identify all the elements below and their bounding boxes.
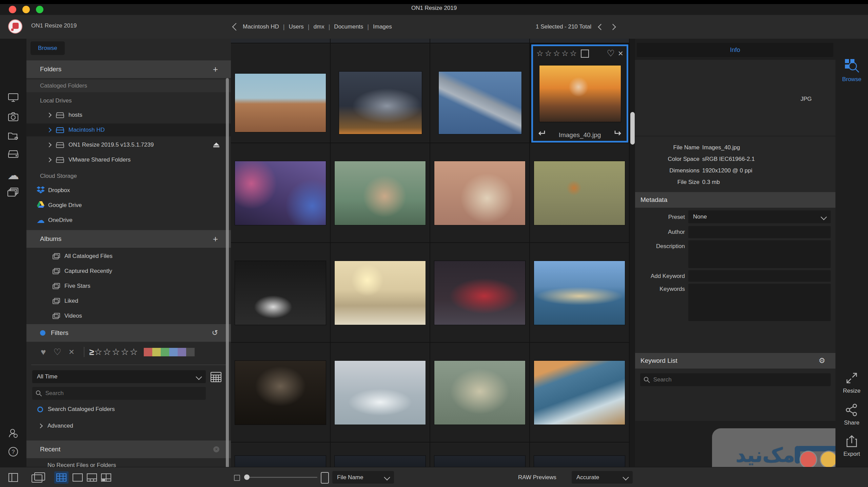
breadcrumb-item[interactable]: dmx bbox=[314, 23, 324, 30]
photo-thumbnail[interactable] bbox=[430, 343, 529, 442]
expand-icon[interactable] bbox=[47, 113, 52, 117]
help-icon[interactable]: ? bbox=[0, 446, 26, 457]
rating-stars[interactable]: ☆☆☆☆☆ bbox=[536, 49, 578, 58]
drive-row-vmware[interactable]: VMware Shared Folders bbox=[26, 153, 231, 166]
breadcrumb-item[interactable]: Documents bbox=[334, 23, 363, 30]
search-cataloged-folders-row[interactable]: Search Cataloged Folders bbox=[26, 403, 231, 416]
reject-icon[interactable]: × bbox=[618, 48, 623, 59]
account-icon[interactable] bbox=[0, 428, 26, 439]
photo-thumbnail[interactable] bbox=[231, 243, 330, 342]
swatch-yellow[interactable] bbox=[152, 348, 161, 356]
filter-not-liked-icon[interactable]: ♡ bbox=[53, 347, 61, 357]
author-field[interactable] bbox=[688, 226, 831, 238]
drive-row-macintosh-hd[interactable]: Macintosh HD bbox=[26, 124, 231, 136]
preset-dropdown[interactable]: None bbox=[688, 210, 831, 223]
album-row[interactable]: All Cataloged Files bbox=[26, 250, 231, 263]
sidebar-toggle-icon[interactable] bbox=[8, 467, 18, 487]
grid-scrollbar-track[interactable] bbox=[630, 39, 635, 467]
cloud-row-google-drive[interactable]: Google Drive bbox=[26, 199, 231, 212]
grid-scrollbar[interactable] bbox=[630, 112, 635, 145]
cloud-icon[interactable]: ☁ bbox=[0, 168, 26, 182]
layers-icon[interactable] bbox=[0, 187, 26, 198]
expand-icon[interactable] bbox=[47, 128, 52, 132]
like-icon[interactable]: ♡ bbox=[607, 48, 615, 59]
photo-thumbnail[interactable] bbox=[530, 243, 629, 342]
expand-icon[interactable] bbox=[47, 143, 52, 147]
filters-reset-icon[interactable]: ↺ bbox=[212, 329, 218, 337]
sidebar-search-input[interactable] bbox=[45, 390, 202, 397]
album-row[interactable]: Five Stars bbox=[26, 280, 231, 293]
sidebar-scrollbar[interactable] bbox=[226, 78, 229, 467]
monitor-icon[interactable] bbox=[0, 92, 26, 103]
metadata-section-header[interactable]: Metadata bbox=[635, 192, 835, 208]
folders-section-header[interactable]: Folders + bbox=[26, 60, 231, 78]
browse-button[interactable]: Browse bbox=[31, 41, 65, 55]
date-filter-dropdown[interactable]: All Time bbox=[32, 370, 206, 383]
photo-thumbnail[interactable] bbox=[231, 443, 330, 467]
filters-section-header[interactable]: Filters ↺ bbox=[26, 324, 231, 342]
keyword-list-header[interactable]: Keyword List ⚙ bbox=[635, 353, 835, 369]
photo-thumbnail[interactable] bbox=[331, 43, 430, 143]
view-filmstrip-button[interactable] bbox=[85, 467, 99, 487]
swatch-gray[interactable] bbox=[186, 348, 195, 356]
filter-liked-icon[interactable]: ♥ bbox=[41, 347, 46, 357]
photo-thumbnail[interactable] bbox=[231, 143, 330, 242]
rating-operator[interactable]: ≥ bbox=[89, 347, 94, 357]
swatch-purple[interactable] bbox=[178, 348, 186, 356]
photo-thumbnail[interactable] bbox=[331, 143, 430, 242]
sidebar-search[interactable] bbox=[32, 387, 206, 400]
selected-photo[interactable] bbox=[539, 65, 621, 122]
cataloged-folders-row[interactable]: Cataloged Folders bbox=[26, 79, 231, 92]
swatch-blue[interactable] bbox=[169, 348, 178, 356]
next-photo-icon[interactable] bbox=[610, 24, 616, 30]
module-resize[interactable]: Resize bbox=[835, 371, 868, 394]
photo-thumbnail[interactable] bbox=[231, 343, 330, 442]
photo-thumbnail[interactable] bbox=[430, 443, 529, 467]
filter-rejected-icon[interactable]: × bbox=[69, 346, 74, 357]
breadcrumb-item[interactable]: Images bbox=[373, 23, 392, 30]
keywords-field[interactable] bbox=[688, 284, 831, 321]
photo-thumbnail[interactable] bbox=[530, 143, 629, 242]
swatch-green[interactable] bbox=[161, 348, 169, 356]
tab-info[interactable]: Info bbox=[637, 43, 833, 57]
camera-icon[interactable] bbox=[0, 111, 26, 122]
add-keyword-field[interactable] bbox=[688, 270, 831, 282]
swatch-red[interactable] bbox=[144, 348, 152, 356]
albums-section-header[interactable]: Albums + bbox=[26, 230, 231, 248]
dual-display-icon[interactable] bbox=[31, 467, 45, 487]
eject-icon[interactable] bbox=[213, 143, 219, 147]
view-compare-button[interactable] bbox=[99, 467, 113, 487]
album-row[interactable]: Captured Recently bbox=[26, 265, 231, 278]
drive-row-hosts[interactable]: hosts bbox=[26, 109, 231, 121]
module-export[interactable]: Export bbox=[835, 434, 868, 457]
album-row[interactable]: Liked bbox=[26, 295, 231, 307]
module-share[interactable]: Share bbox=[835, 402, 868, 426]
photo-thumbnail[interactable] bbox=[331, 243, 430, 342]
recent-section-header[interactable]: Recent × bbox=[26, 441, 231, 458]
view-detail-button[interactable] bbox=[71, 467, 85, 487]
photo-thumbnail[interactable] bbox=[430, 43, 529, 143]
keyword-search-input[interactable] bbox=[653, 376, 827, 383]
photo-thumbnail[interactable] bbox=[331, 343, 430, 442]
add-album-icon[interactable]: + bbox=[213, 234, 218, 244]
previous-photo-icon[interactable] bbox=[598, 24, 604, 30]
clear-recent-icon[interactable]: × bbox=[213, 446, 219, 452]
drive-row-on1-resize[interactable]: ON1 Resize 2019.5 v13.5.1.7239 bbox=[26, 138, 231, 151]
photo-thumbnail[interactable] bbox=[331, 443, 430, 467]
view-grid-button[interactable] bbox=[54, 467, 68, 487]
photo-thumbnail[interactable] bbox=[530, 343, 629, 442]
add-folder-icon[interactable]: + bbox=[213, 64, 218, 75]
photo-thumbnail[interactable] bbox=[231, 43, 330, 143]
photo-thumbnail[interactable] bbox=[430, 143, 529, 242]
expand-icon[interactable] bbox=[47, 157, 52, 162]
photo-thumbnail[interactable] bbox=[430, 243, 529, 342]
gear-icon[interactable]: ⚙ bbox=[818, 356, 825, 365]
cloud-row-dropbox[interactable]: Dropbox bbox=[26, 184, 231, 197]
description-field[interactable] bbox=[688, 240, 831, 268]
thumbnail-size-slider-handle[interactable] bbox=[244, 474, 250, 480]
thumbnail-size-slider[interactable] bbox=[249, 477, 317, 478]
color-label-icon[interactable] bbox=[581, 50, 589, 58]
folder-heart-icon[interactable] bbox=[0, 130, 26, 141]
rating-stars[interactable]: ☆☆☆☆☆ bbox=[94, 346, 138, 357]
calendar-icon[interactable] bbox=[210, 370, 222, 385]
